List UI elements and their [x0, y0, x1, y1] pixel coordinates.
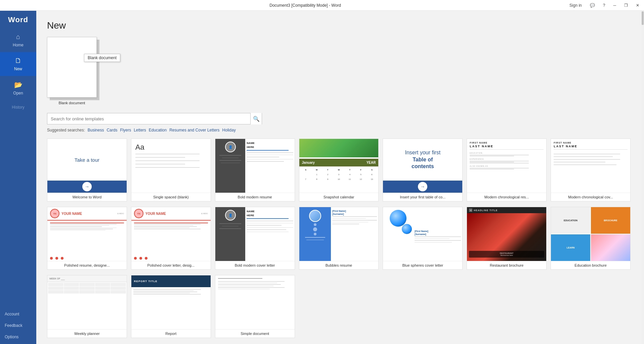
polished-res-mdo: & MDO — [117, 213, 124, 215]
template-single-spaced[interactable]: Aa Single spaced (blank) — [131, 139, 211, 201]
template-name-polished-res: Polished resume, designe... — [47, 261, 127, 269]
sphere-small — [402, 224, 412, 234]
template-grid-row3: WEEK OF ___ — [47, 275, 631, 338]
template-modern-chrono-cover[interactable]: FIRST NAME LAST NAME — [551, 139, 631, 201]
chrono-cov-divider — [554, 149, 628, 150]
cal-5: 4 — [345, 173, 355, 177]
polished-res-dot-1 — [50, 257, 53, 260]
template-polished-cover[interactable]: YN YOUR NAME & MDO — [131, 207, 211, 270]
template-name-polished-cov: Polished cover letter, desig... — [131, 261, 211, 269]
suggested-label: Suggested searches: — [47, 128, 85, 132]
sidebar-item-open[interactable]: 📂 Open — [0, 76, 36, 100]
bold-cover-right: NAME HERE — [245, 207, 294, 261]
bubbles-right-line-5 — [332, 224, 359, 224]
template-restaurant-brochure[interactable]: ✕ HEADLINE TITLE RESTAURANT Normal text … — [467, 207, 547, 270]
single-line-2 — [135, 157, 185, 158]
calendar-header: January YEAR — [299, 159, 379, 166]
single-line-5 — [135, 167, 200, 168]
sign-in-button[interactable]: Sign in — [567, 2, 584, 8]
template-thumb-welcome: Take a tour → — [47, 139, 127, 193]
sidebar-item-feedback[interactable]: Feedback — [0, 320, 36, 331]
suggested-tag-education[interactable]: Education — [149, 128, 167, 132]
template-insert-toc[interactable]: Insert your firstTable ofcontents → Inse… — [383, 139, 463, 201]
bold-resume-line-r3 — [247, 157, 279, 157]
template-bold-cover-letter[interactable]: 👤 NAME HERE — [215, 207, 295, 270]
bubbles-right-line-1 — [332, 216, 377, 217]
polished-cov-dot-1 — [134, 257, 137, 260]
suggested-tag-cards[interactable]: Cards — [106, 128, 117, 132]
weekly-header-text: WEEK OF ___ — [49, 277, 65, 280]
template-bubbles-resume[interactable]: [First Name] [Surname] Bubbles resume — [299, 207, 379, 270]
close-button[interactable]: ✕ — [634, 2, 641, 8]
bold-cover-left: 👤 — [215, 207, 246, 261]
bold-resume-line-2 — [222, 158, 239, 158]
template-thumb-single: Aa — [131, 139, 211, 193]
comments-button[interactable]: 💬 — [588, 2, 597, 8]
template-snapshot-calendar[interactable]: January YEAR S M T W T F S — [299, 139, 379, 201]
bubbles-right-line-2 — [332, 218, 366, 219]
scrollbar-thumb[interactable] — [642, 11, 644, 25]
template-welcome-to-word[interactable]: Take a tour → Welcome to Word — [47, 139, 127, 201]
template-name-bubbles: Bubbles resume — [299, 261, 379, 269]
scrollbar-track[interactable] — [641, 11, 644, 344]
bold-cover-row-6 — [247, 232, 288, 232]
template-modern-chrono-resume[interactable]: FIRST NAME LAST NAME EDUCATION EXPERIENC… — [467, 139, 547, 201]
chrono-row-6 — [470, 168, 529, 168]
sidebar-item-home[interactable]: ⌂ Home — [0, 28, 36, 52]
restore-button[interactable]: ❐ — [622, 2, 630, 8]
bold-resume-line-r1 — [247, 152, 293, 153]
bubbles-left — [299, 207, 331, 261]
restaurant-overlay: RESTAURANT Normal text here — [469, 251, 544, 258]
sidebar-item-history[interactable]: History — [0, 100, 36, 114]
help-button[interactable]: ? — [601, 2, 607, 8]
toc-text: Insert your firstTable ofcontents — [405, 149, 440, 170]
suggested-tag-flyers[interactable]: Flyers — [120, 128, 131, 132]
calendar-month: January — [302, 161, 315, 164]
simple-doc-line-2 — [218, 283, 277, 283]
template-simple-doc[interactable]: Simple document — [215, 275, 295, 338]
welcome-preview: Take a tour → — [47, 139, 127, 193]
single-line-3 — [135, 160, 200, 161]
template-bold-modern-resume[interactable]: 👤 NAME HERE — [215, 139, 295, 201]
sidebar-account-label: Account — [5, 312, 19, 316]
sidebar-item-account[interactable]: Account — [0, 308, 36, 320]
titlebar-controls: Sign in 💬 ? ─ ❐ ✕ — [567, 2, 641, 8]
new-icon: 🗋 — [15, 57, 22, 65]
chrono-divider — [470, 149, 544, 150]
edu-text-1: EDUCATION — [564, 219, 577, 222]
template-blue-spheres[interactable]: [First Name] [Surname] Blue spheres cove… — [383, 207, 463, 270]
suggested-tag-business[interactable]: Business — [88, 128, 104, 132]
chrono-row-4 — [470, 162, 514, 162]
minimize-button[interactable]: ─ — [611, 2, 618, 8]
cal-13: 12 — [356, 177, 366, 181]
sidebar-item-options[interactable]: Options — [0, 331, 36, 343]
suggested-tag-letters[interactable]: Letters — [134, 128, 146, 132]
template-thumb-chrono-cov: FIRST NAME LAST NAME — [551, 139, 630, 193]
polished-cov-body — [131, 221, 211, 256]
app-logo[interactable]: Word — [0, 11, 36, 28]
chrono-cov-gap-3 — [554, 160, 628, 161]
bold-resume-name: NAME — [247, 142, 293, 145]
blank-document-container[interactable]: Blank document Blank document — [47, 37, 97, 105]
calendar-preview: January YEAR S M T W T F S — [299, 139, 379, 193]
simple-doc-title-line — [218, 278, 262, 279]
template-polished-resume[interactable]: YN YOUR NAME & MDO — [47, 207, 127, 270]
bold-resume-line-r4 — [247, 159, 293, 160]
chrono-row-3 — [470, 161, 529, 161]
chrono-firstname: FIRST NAME — [470, 142, 544, 144]
template-thumb-report: REPORT TITLE — [131, 275, 211, 329]
template-education-brochure[interactable]: EDUCATION BROCHURE LEARN Education bro — [551, 207, 631, 270]
bold-cover-preview: 👤 NAME HERE — [215, 207, 295, 261]
template-report[interactable]: REPORT TITLE Report — [131, 275, 211, 338]
report-line-3 — [133, 292, 197, 292]
report-preview: REPORT TITLE — [131, 275, 211, 329]
suggested-tag-holiday[interactable]: Holiday — [222, 128, 236, 132]
weekly-cell-2-1 — [64, 283, 79, 286]
polished-res-footer — [47, 256, 127, 261]
sidebar-item-new[interactable]: 🗋 New — [0, 52, 36, 76]
search-button[interactable]: 🔍 — [250, 113, 262, 124]
bubbles-name-1: [First Name] — [332, 210, 377, 212]
template-weekly-planner[interactable]: WEEK OF ___ — [47, 275, 127, 338]
search-input[interactable] — [47, 116, 250, 121]
suggested-tag-resumes[interactable]: Resumes and Cover Letters — [169, 128, 219, 132]
